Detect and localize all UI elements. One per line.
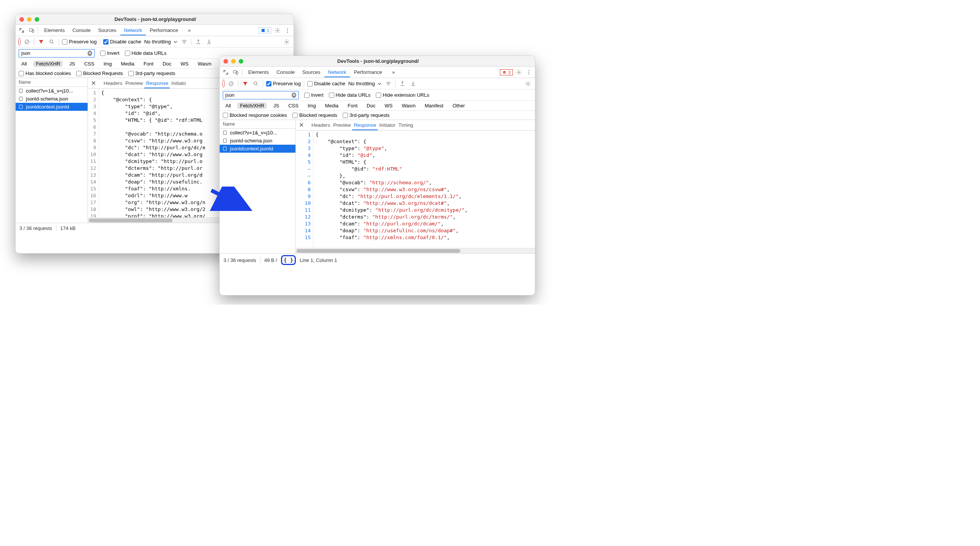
hide-dataurls-check[interactable]: Hide data URLs xyxy=(125,50,167,56)
close-details-icon[interactable]: ✕ xyxy=(91,80,97,87)
request-row[interactable]: jsonldcontext.jsonld xyxy=(220,145,295,153)
tab-sources[interactable]: Sources xyxy=(94,26,120,35)
horizontal-scrollbar[interactable] xyxy=(296,248,535,253)
upload-icon[interactable] xyxy=(195,38,202,46)
clear-icon[interactable] xyxy=(227,80,235,88)
close-dot[interactable] xyxy=(223,59,228,64)
check-blocked-response-cookies[interactable]: Blocked response cookies xyxy=(223,112,287,118)
response-tab-timing[interactable]: Timing xyxy=(397,121,415,129)
fullscreen-dot[interactable] xyxy=(239,59,243,64)
response-tab-response[interactable]: Response xyxy=(352,121,378,130)
type-manifest[interactable]: Manifest xyxy=(422,102,446,109)
type-doc[interactable]: Doc xyxy=(160,61,174,67)
search-icon[interactable] xyxy=(252,80,260,88)
preserve-log-check[interactable]: Preserve log xyxy=(266,81,301,86)
filter-input[interactable]: ✕ xyxy=(223,91,299,99)
record-icon[interactable] xyxy=(19,39,20,45)
response-tab-headers[interactable]: Headers xyxy=(310,121,332,129)
invert-check[interactable]: Invert xyxy=(100,50,120,56)
throttling-select[interactable]: No throttling xyxy=(348,81,382,86)
filter-icon[interactable] xyxy=(37,38,45,46)
filter-input[interactable]: ✕ xyxy=(19,49,95,57)
response-tab-initiato[interactable]: Initiato xyxy=(170,79,187,88)
network-settings-icon[interactable] xyxy=(524,80,532,88)
type-js[interactable]: JS xyxy=(271,102,282,109)
kebab-icon[interactable] xyxy=(525,69,533,76)
filter-icon[interactable] xyxy=(241,80,249,88)
response-tab-preview[interactable]: Preview xyxy=(332,121,352,129)
search-icon[interactable] xyxy=(48,38,56,46)
upload-icon[interactable] xyxy=(399,80,406,88)
clear-icon[interactable] xyxy=(23,38,31,46)
hide-exturls-check[interactable]: Hide extension URLs xyxy=(376,92,429,98)
name-column-header[interactable]: Name xyxy=(220,120,295,129)
close-details-icon[interactable]: ✕ xyxy=(299,121,305,129)
request-row[interactable]: collect?v=1&_v=j10... xyxy=(220,129,295,137)
device-icon[interactable] xyxy=(28,27,35,34)
errors-badge[interactable]: ✕ 3 xyxy=(500,69,513,75)
preserve-log-check[interactable]: Preserve log xyxy=(62,39,97,45)
inspect-icon[interactable] xyxy=(18,27,26,34)
request-row[interactable]: jsonld-schema.json xyxy=(16,95,88,103)
tab-console[interactable]: Console xyxy=(273,68,298,77)
response-tab-headers[interactable]: Headers xyxy=(102,79,124,88)
fullscreen-dot[interactable] xyxy=(35,17,39,22)
type-fetchxhr[interactable]: Fetch/XHR xyxy=(33,61,63,67)
clear-filter-icon[interactable]: ✕ xyxy=(88,51,92,56)
tab-performance[interactable]: Performance xyxy=(350,68,386,77)
gear-icon[interactable] xyxy=(515,69,523,76)
type-css[interactable]: CSS xyxy=(81,61,97,67)
hide-dataurls-check[interactable]: Hide data URLs xyxy=(329,92,371,98)
check-blocked-requests[interactable]: Blocked requests xyxy=(292,112,337,118)
kebab-icon[interactable] xyxy=(284,27,291,34)
wifi-icon[interactable] xyxy=(180,38,188,46)
network-settings-icon[interactable] xyxy=(283,38,290,46)
device-icon[interactable] xyxy=(232,69,239,76)
type-wasm[interactable]: Wasm xyxy=(399,102,418,109)
request-row[interactable]: jsonld-schema.json xyxy=(220,137,295,145)
type-img[interactable]: Img xyxy=(305,102,319,109)
close-dot[interactable] xyxy=(19,17,24,22)
tab-elements[interactable]: Elements xyxy=(244,68,273,77)
download-icon[interactable] xyxy=(205,38,213,46)
name-column-header[interactable]: Name xyxy=(16,78,88,87)
type-font[interactable]: Font xyxy=(345,102,360,109)
tab-sources[interactable]: Sources xyxy=(298,68,324,77)
download-icon[interactable] xyxy=(409,80,417,88)
type-img[interactable]: Img xyxy=(101,61,115,67)
type-ws[interactable]: WS xyxy=(178,61,191,67)
request-row[interactable]: collect?v=1&_v=j10... xyxy=(16,87,88,95)
more-tabs[interactable]: » xyxy=(388,68,399,77)
type-all[interactable]: All xyxy=(223,102,233,109)
response-tab-initiator[interactable]: Initiator xyxy=(378,121,397,129)
tab-elements[interactable]: Elements xyxy=(40,26,69,35)
check-3rd-party-requests[interactable]: 3rd-party requests xyxy=(343,112,390,118)
response-tab-preview[interactable]: Preview xyxy=(124,79,144,88)
throttling-select[interactable]: No throttling xyxy=(144,39,178,45)
tab-console[interactable]: Console xyxy=(69,26,94,35)
more-tabs[interactable]: » xyxy=(184,26,195,35)
type-js[interactable]: JS xyxy=(67,61,78,67)
invert-check[interactable]: Invert xyxy=(304,92,324,98)
response-tab-response[interactable]: Response xyxy=(144,79,170,88)
type-ws[interactable]: WS xyxy=(382,102,395,109)
type-wasm[interactable]: Wasm xyxy=(195,61,214,67)
tab-network[interactable]: Network xyxy=(324,68,350,77)
type-media[interactable]: Media xyxy=(118,61,137,67)
check-has-blocked-cookies[interactable]: Has blocked cookies xyxy=(19,70,71,76)
request-row[interactable]: jsonldcontext.jsonld xyxy=(16,103,88,111)
type-css[interactable]: CSS xyxy=(286,102,301,109)
type-doc[interactable]: Doc xyxy=(364,102,378,109)
inspect-icon[interactable] xyxy=(222,69,230,76)
type-font[interactable]: Font xyxy=(141,61,156,67)
type-other[interactable]: Other xyxy=(450,102,468,109)
check-3rd-party-requests[interactable]: 3rd-party requests xyxy=(128,70,176,76)
record-icon[interactable] xyxy=(223,81,224,86)
wifi-icon[interactable] xyxy=(385,80,392,88)
type-fetchxhr[interactable]: Fetch/XHR xyxy=(237,102,267,109)
type-all[interactable]: All xyxy=(19,61,29,67)
pretty-print-button[interactable]: { } xyxy=(281,255,296,265)
minimize-dot[interactable] xyxy=(27,17,32,22)
type-media[interactable]: Media xyxy=(322,102,341,109)
disable-cache-check[interactable]: Disable cache xyxy=(307,81,345,86)
